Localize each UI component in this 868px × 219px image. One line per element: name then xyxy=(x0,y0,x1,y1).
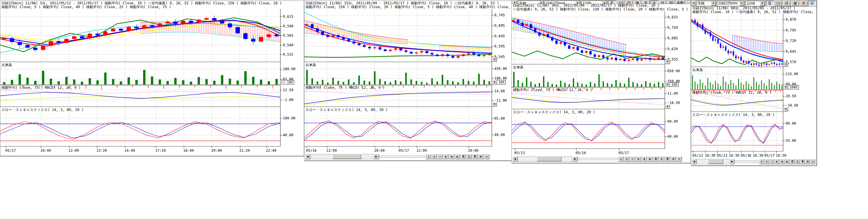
contract-select[interactable]: 11/06▼ xyxy=(581,1,607,4)
zoom-slider[interactable] xyxy=(735,160,759,163)
chart-tool-button-2[interactable]: − xyxy=(770,159,775,164)
pane-collapse-button[interactable]: ▼ xyxy=(492,102,497,106)
x-axis-tick xyxy=(267,147,267,148)
window-collapse-button[interactable]: ▼ xyxy=(692,1,695,5)
chart-tool-button-0[interactable]: ⇕ xyxy=(759,159,764,164)
chart-tool-button-4[interactable]: ▪ xyxy=(449,154,455,159)
symbol-select[interactable]: 日経225mini▼ xyxy=(717,1,744,6)
chevron-down-icon[interactable]: ▼ xyxy=(739,1,744,6)
chart-toolbar: ▼先物▼日経225mini▼11/06▼足1⧉日週月分 xyxy=(691,0,816,7)
chart-tool-button-5[interactable]: ▶ xyxy=(785,159,789,164)
chevron-down-icon[interactable]: ▼ xyxy=(711,1,716,6)
chart-tool-button-8[interactable]: R xyxy=(472,154,478,159)
chart-tool-button-9[interactable]: ⊕ xyxy=(805,159,810,164)
chart-tool-button-1[interactable]: ＋ xyxy=(431,154,437,159)
pane-collapse-button[interactable]: ▼ xyxy=(783,107,788,112)
bar-type-button[interactable]: 足 xyxy=(608,1,616,4)
chart-plot[interactable] xyxy=(691,14,783,151)
pane-collapse-button[interactable]: ▼ xyxy=(783,85,788,89)
minute-setting-button[interactable]: 1⧉ xyxy=(775,1,782,6)
scrollbar-thumb[interactable] xyxy=(708,159,723,164)
chart-tool-button-4[interactable]: ▪ xyxy=(641,156,647,162)
chevron-down-icon[interactable]: ▼ xyxy=(575,1,580,4)
window-collapse-button[interactable]: ▼ xyxy=(513,1,517,4)
period-button-2[interactable]: 月 xyxy=(642,1,650,4)
chevron-down-icon[interactable]: ▼ xyxy=(760,1,765,6)
scrollbar-thumb[interactable] xyxy=(537,157,562,161)
chart-tool-button-10[interactable]: ✕ xyxy=(810,159,815,164)
chart-tool-button-3[interactable]: ⇅ xyxy=(636,156,641,162)
axis-tick xyxy=(783,52,785,52)
toolbar-extra-2[interactable]: 本数 xyxy=(676,1,684,4)
h-scrollbar[interactable] xyxy=(518,156,572,162)
chart-tool-button-1[interactable]: ＋ xyxy=(624,156,629,162)
period-button-3[interactable]: 分 xyxy=(808,1,816,6)
chart-plot[interactable] xyxy=(304,9,492,147)
toolbar-extra-1[interactable]: 30 xyxy=(667,1,675,4)
pane-collapse-button[interactable]: ▼ xyxy=(783,62,788,67)
chart-tool-button-7[interactable]: L xyxy=(659,156,664,162)
axis-tick xyxy=(665,71,667,71)
pane-collapse-button[interactable]: ▼ xyxy=(665,60,670,64)
period-button-0[interactable]: 日 xyxy=(625,1,633,4)
scroll-left-button[interactable]: ◀ xyxy=(692,159,696,164)
period-button-3[interactable]: 分 xyxy=(650,1,658,4)
pane-collapse-button[interactable]: ▼ xyxy=(665,104,670,109)
h-scrollbar[interactable] xyxy=(697,159,730,164)
chart-tool-button-3[interactable]: ⇅ xyxy=(443,154,448,159)
chart-tool-button-8[interactable]: R xyxy=(800,159,805,164)
bar-type-button[interactable]: 足 xyxy=(766,1,774,6)
scroll-right-button[interactable]: ▶ xyxy=(572,156,578,162)
toolbar-extra-0[interactable]: 分 xyxy=(659,1,666,4)
chart-tool-button-10[interactable]: ✕ xyxy=(676,156,682,162)
chart-tool-button-1[interactable]: ＋ xyxy=(764,159,769,164)
chart-bottom-bar: ◀▶⇕＋−⇅▪▶DLR⊕✕ xyxy=(305,154,510,159)
chart-tool-button-10[interactable]: ✕ xyxy=(484,154,489,159)
minute-setting-button[interactable]: 1⧉ xyxy=(617,1,624,4)
h-scrollbar[interactable] xyxy=(310,154,373,159)
period-button-1[interactable]: 週 xyxy=(792,1,799,6)
x-axis-label: 05/12 xyxy=(692,154,703,158)
chart-tool-button-0[interactable]: ⇕ xyxy=(618,156,624,162)
market-select[interactable]: 先物▼ xyxy=(696,1,716,6)
scrollbar-thumb[interactable] xyxy=(333,154,361,159)
period-button-0[interactable]: 日 xyxy=(783,1,790,6)
zoom-slider[interactable] xyxy=(578,158,618,160)
chart-tool-button-5[interactable]: ▶ xyxy=(647,156,653,162)
period-button-1[interactable]: 週 xyxy=(633,1,641,4)
pane-collapse-button[interactable]: ▼ xyxy=(492,80,497,85)
y-axis-label: 90.00 xyxy=(667,119,678,123)
symbol-select[interactable]: 日経225mini▼ xyxy=(545,1,581,4)
chart-tool-button-7[interactable]: L xyxy=(795,159,800,164)
zoom-slider[interactable] xyxy=(379,156,426,158)
market-select[interactable]: 先物▼ xyxy=(518,1,544,4)
chart-plot[interactable] xyxy=(0,9,280,147)
x-axis-tick xyxy=(469,147,469,148)
chart-tool-button-2[interactable]: − xyxy=(630,156,635,162)
chart-tool-button-6[interactable]: D xyxy=(461,154,466,159)
chart-tool-button-7[interactable]: L xyxy=(466,154,472,159)
chart-line xyxy=(0,122,280,138)
scroll-left-button[interactable]: ◀ xyxy=(513,156,518,162)
chart-tool-button-0[interactable]: ⇕ xyxy=(426,154,431,159)
chart-plot[interactable] xyxy=(512,11,665,149)
scroll-right-button[interactable]: ▶ xyxy=(730,159,734,164)
macd-pane-label: 移動平均( Close, 75 ) MACD( 12, 26, 9 ) xyxy=(306,85,385,90)
pane-collapse-button[interactable]: ▼ xyxy=(665,83,670,87)
chevron-down-icon[interactable]: ▼ xyxy=(538,1,544,4)
chart-tool-button-6[interactable]: D xyxy=(790,159,795,164)
scroll-left-button[interactable]: ◀ xyxy=(305,154,310,159)
chart-tool-button-2[interactable]: − xyxy=(437,154,443,159)
chart-tool-button-4[interactable]: ▪ xyxy=(780,159,785,164)
chart-tool-button-3[interactable]: ⇅ xyxy=(775,159,779,164)
chart-tool-button-9[interactable]: ⊕ xyxy=(671,156,676,162)
pane-collapse-button[interactable]: ▼ xyxy=(492,57,497,62)
chart-tool-button-6[interactable]: D xyxy=(653,156,658,162)
scroll-right-button[interactable]: ▶ xyxy=(374,154,379,159)
chart-tool-button-8[interactable]: R xyxy=(665,156,670,162)
chevron-down-icon[interactable]: ▼ xyxy=(602,1,607,4)
chart-tool-button-5[interactable]: ▶ xyxy=(455,154,460,159)
period-button-2[interactable]: 月 xyxy=(800,1,807,6)
chart-tool-button-9[interactable]: ⊕ xyxy=(478,154,484,159)
contract-select[interactable]: 11/06▼ xyxy=(745,1,765,6)
